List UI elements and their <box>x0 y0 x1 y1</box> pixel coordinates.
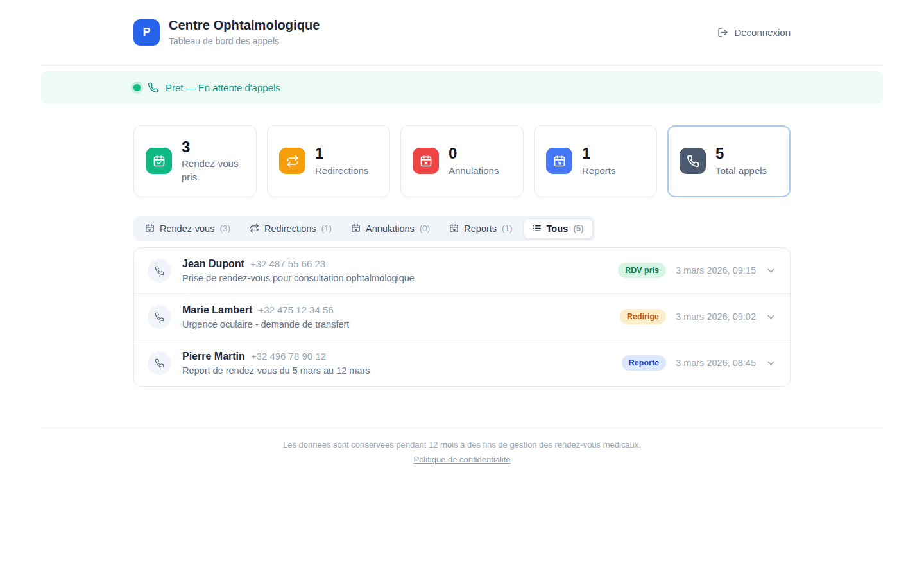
stat-label: Annulations <box>449 164 499 177</box>
stat-value: 5 <box>715 145 767 162</box>
call-row-pierre-martin[interactable]: Pierre Martin +32 496 78 90 12 Report de… <box>134 340 790 386</box>
tab-annulations[interactable]: Annulations (0) <box>342 218 439 239</box>
status-badge: RDV pris <box>618 263 666 278</box>
caller-name: Jean Dupont <box>182 258 244 270</box>
tab-label: Annulations <box>366 223 415 234</box>
call-timestamp: 3 mars 2026, 08:45 <box>676 358 756 368</box>
caller-phone: +32 496 78 90 12 <box>251 351 326 362</box>
caller-name: Pierre Martin <box>182 351 245 362</box>
caller-phone: +32 475 12 34 56 <box>258 304 333 315</box>
call-description: Prise de rendez-vous pour consultation o… <box>182 273 607 283</box>
brand: P Centre Ophtalmologique Tableau de bord… <box>133 18 320 46</box>
app-header: P Centre Ophtalmologique Tableau de bord… <box>41 0 883 66</box>
call-timestamp: 3 mars 2026, 09:02 <box>676 311 756 322</box>
stat-label: Redirections <box>315 164 368 177</box>
tab-label: Reports <box>464 223 497 234</box>
tab-reports[interactable]: Reports (1) <box>440 218 521 239</box>
calendar-x-icon <box>413 148 439 174</box>
repeat-icon <box>279 148 305 174</box>
page-subtitle: Tableau de bord des appels <box>169 36 320 46</box>
status-badge: Reporte <box>622 355 666 371</box>
logout-icon <box>717 27 728 38</box>
privacy-policy-link[interactable]: Politique de confidentialite <box>413 455 510 464</box>
tab-count: (0) <box>420 223 431 233</box>
stat-value: 1 <box>315 145 368 162</box>
caller-name: Marie Lambert <box>182 304 252 316</box>
status-badge: Redirige <box>620 309 666 324</box>
status-dot <box>133 84 141 91</box>
stat-value: 3 <box>182 139 244 155</box>
calendar-x-icon <box>351 223 361 233</box>
stat-card-annulations[interactable]: 0 Annulations <box>400 125 524 197</box>
stat-card-redirections[interactable]: 1 Redirections <box>267 125 390 197</box>
tab-redirections[interactable]: Redirections (1) <box>241 218 341 239</box>
stat-value: 0 <box>449 145 499 162</box>
status-text: Pret — En attente d'appels <box>166 82 280 93</box>
chevron-down-icon[interactable] <box>766 358 776 369</box>
page-shell: P Centre Ophtalmologique Tableau de bord… <box>41 0 883 465</box>
page-title: Centre Ophtalmologique <box>169 18 320 33</box>
chevron-down-icon[interactable] <box>766 311 776 322</box>
stats-row: 3 Rendez-vous pris 1 Redirections 0 <box>133 125 791 197</box>
logout-label: Deconnexion <box>734 27 791 38</box>
app-logo: P <box>133 19 160 46</box>
repeat-icon <box>250 223 259 233</box>
list-icon <box>532 223 542 233</box>
stat-value: 1 <box>582 145 616 162</box>
call-timestamp: 3 mars 2026, 09:15 <box>676 265 756 276</box>
caller-phone: +32 487 55 66 23 <box>250 258 325 269</box>
call-description: Report de rendez-vous du 5 mars au 12 ma… <box>182 365 611 376</box>
stat-card-total-appels[interactable]: 5 Total appels <box>667 125 791 197</box>
phone-icon <box>148 259 171 283</box>
status-banner: Pret — En attente d'appels <box>41 71 883 103</box>
tab-label: Rendez-vous <box>160 223 214 234</box>
phone-icon <box>680 148 706 174</box>
page-footer: Les donnees sont conservees pendant 12 m… <box>41 428 883 465</box>
tab-count: (5) <box>573 223 584 233</box>
tab-rendez-vous[interactable]: Rendez-vous (3) <box>136 218 239 239</box>
stat-label: Reports <box>582 164 616 177</box>
tab-count: (1) <box>502 223 513 233</box>
main-content: 3 Rendez-vous pris 1 Redirections 0 <box>133 125 791 387</box>
retention-notice: Les donnees sont conservees pendant 12 m… <box>41 440 883 450</box>
call-row-marie-lambert[interactable]: Marie Lambert +32 475 12 34 56 Urgence o… <box>134 293 790 340</box>
stat-label: Rendez-vous pris <box>182 157 244 184</box>
call-row-jean-dupont[interactable]: Jean Dupont +32 487 55 66 23 Prise de re… <box>134 248 790 293</box>
filter-tabs: Rendez-vous (3) Redirections (1) Annulat… <box>133 216 595 241</box>
calendar-check-icon <box>146 148 172 174</box>
tab-count: (1) <box>321 223 332 233</box>
tab-label: Redirections <box>264 223 316 234</box>
stat-card-reports[interactable]: 1 Reports <box>534 125 657 197</box>
tab-tous[interactable]: Tous (5) <box>523 218 593 239</box>
calendar-arrow-icon <box>546 148 572 174</box>
logout-button[interactable]: Deconnexion <box>717 27 791 38</box>
stat-card-rendezvous[interactable]: 3 Rendez-vous pris <box>133 125 257 197</box>
phone-icon <box>148 305 171 329</box>
call-description: Urgence oculaire - demande de transfert <box>182 319 609 329</box>
calendar-arrow-icon <box>449 223 459 233</box>
chevron-down-icon[interactable] <box>766 265 776 276</box>
tab-count: (3) <box>219 223 230 233</box>
tab-label: Tous <box>547 223 569 234</box>
call-list: Jean Dupont +32 487 55 66 23 Prise de re… <box>133 247 791 387</box>
stat-label: Total appels <box>715 164 767 177</box>
calendar-check-icon <box>145 223 155 233</box>
phone-icon <box>148 351 171 375</box>
phone-icon <box>148 82 158 93</box>
